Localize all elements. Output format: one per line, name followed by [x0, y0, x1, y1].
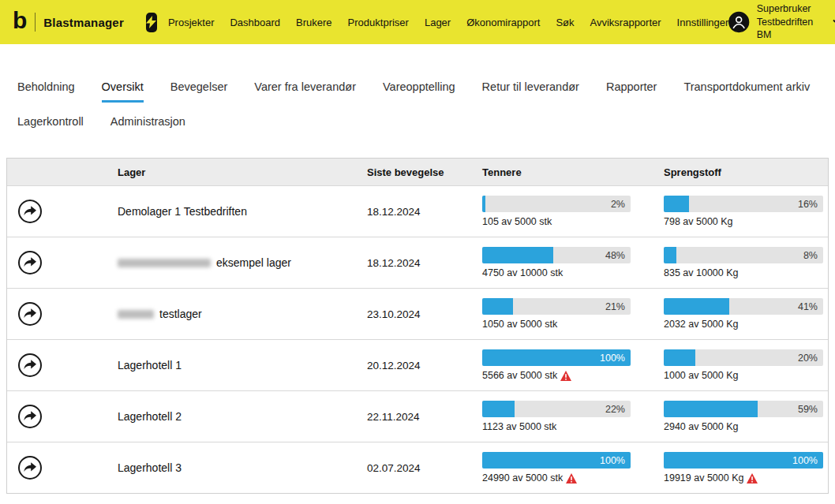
share-arrow-icon: [24, 462, 36, 473]
tab[interactable]: Oversikt: [102, 80, 144, 103]
table-row: Lagerhotell 3 02.07.2024 100% 24990 av 5…: [7, 442, 828, 493]
table-row: Demolager 1 Testbedriften 18.12.2024 2% …: [7, 185, 828, 237]
top-bar: b Blastmanager Prosjekter Dashboard Bruk…: [0, 0, 835, 44]
tennere-meter: 2% 105 av 5000 stk: [470, 196, 651, 227]
tab[interactable]: Transportdokument arkiv: [683, 80, 810, 103]
brand-name: Blastmanager: [43, 16, 124, 29]
nav-item[interactable]: Økonomirapport: [466, 17, 540, 28]
nav-item[interactable]: Brukere: [296, 17, 332, 28]
progress-percent: 100%: [600, 455, 625, 466]
nav-item[interactable]: Dashboard: [230, 17, 280, 28]
user-org: Testbedriften BM: [757, 16, 818, 43]
warehouse-name-cell: Lagerhotell 3: [105, 461, 354, 475]
open-warehouse-button[interactable]: [18, 200, 42, 223]
open-warehouse-button[interactable]: [18, 456, 42, 480]
share-arrow-icon: [24, 411, 36, 422]
warehouse-name: Demolager 1 Testbedriften: [118, 205, 247, 218]
table-body: Demolager 1 Testbedriften 18.12.2024 2% …: [7, 185, 828, 493]
warehouse-name: Lagerhotell 3: [118, 461, 182, 474]
progress-caption: 24990 av 5000 stk: [482, 472, 563, 483]
progress-bar: 100%: [482, 452, 631, 469]
progress-percent: 59%: [798, 404, 818, 415]
progress-percent: 20%: [798, 353, 818, 364]
table-row: Lagerhotell 1 20.12.2024 100% 5566 av 50…: [7, 339, 828, 390]
progress-percent: 8%: [803, 250, 818, 261]
open-warehouse-button[interactable]: [18, 405, 42, 428]
user-menu[interactable]: Superbruker Testbedriften BM: [728, 2, 835, 43]
tennere-meter: 22% 1123 av 5000 stk: [470, 401, 651, 432]
quick-action-lightning-button[interactable]: [146, 13, 157, 32]
nav-item[interactable]: Innstillinger: [677, 17, 729, 28]
nav-item[interactable]: Prosjekter: [168, 17, 215, 28]
tab[interactable]: Lagerkontroll: [17, 115, 84, 137]
warehouse-name-cell: Lagerhotell 1: [105, 358, 354, 372]
share-arrow-icon: [24, 206, 36, 217]
nav-item[interactable]: Søk: [556, 17, 574, 28]
progress-caption: 1123 av 5000 stk: [482, 421, 556, 432]
progress-fill: [664, 401, 758, 417]
tab[interactable]: Varer fra leverandør: [254, 80, 356, 103]
warehouse-name-cell: eksempel lager: [105, 256, 354, 270]
progress-bar: 8%: [664, 247, 823, 263]
progress-bar: 21%: [482, 298, 631, 315]
progress-percent: 21%: [605, 301, 625, 312]
tab[interactable]: Rapporter: [606, 80, 657, 103]
progress-percent: 16%: [798, 199, 818, 210]
progress-bar: 22%: [482, 401, 631, 417]
main-nav: Prosjekter Dashboard Brukere Produktpris…: [168, 17, 728, 28]
progress-fill: [482, 247, 553, 263]
tab[interactable]: Administrasjon: [110, 115, 185, 137]
last-movement-date: 20.12.2024: [354, 360, 470, 371]
last-movement-date: 18.12.2024: [354, 206, 470, 218]
progress-caption: 2940 av 5000 Kg: [664, 421, 739, 432]
progress-fill: [664, 247, 676, 263]
share-arrow-icon: [24, 360, 36, 371]
last-movement-date: 23.10.2024: [354, 308, 470, 320]
user-avatar-icon: [728, 9, 749, 35]
tab-row-1: Beholdning Oversikt Bevegelser Varer fra…: [17, 80, 818, 103]
last-movement-date: 18.12.2024: [354, 257, 470, 269]
logo-b-icon: b: [13, 9, 27, 32]
progress-caption: 1050 av 5000 stk: [482, 319, 557, 330]
open-warehouse-button[interactable]: [18, 302, 42, 326]
tennere-meter: 48% 4750 av 10000 stk: [470, 247, 651, 278]
progress-fill: [664, 349, 695, 366]
header-siste-bevegelse: Siste bevegelse: [354, 166, 470, 178]
open-warehouse-button[interactable]: [18, 353, 42, 377]
open-warehouse-button[interactable]: [18, 251, 42, 274]
warehouse-name-cell: testlager: [105, 307, 354, 321]
progress-bar: 100%: [482, 349, 631, 366]
tab[interactable]: Retur til leverandør: [482, 80, 579, 103]
progress-fill: [664, 298, 729, 315]
sprengstoff-meter: 8% 835 av 10000 Kg: [651, 247, 828, 278]
nav-item[interactable]: Lager: [425, 17, 451, 28]
progress-bar: 20%: [664, 349, 823, 366]
warning-icon: [560, 371, 571, 381]
progress-caption: 105 av 5000 stk: [482, 216, 552, 227]
tab-row-2: Lagerkontroll Administrasjon: [17, 115, 818, 137]
warehouse-name: eksempel lager: [216, 256, 291, 269]
tab[interactable]: Vareopptelling: [383, 80, 455, 103]
sprengstoff-meter: 100% 19919 av 5000 Kg: [651, 452, 828, 483]
tab[interactable]: Beholdning: [17, 80, 75, 103]
last-movement-date: 02.07.2024: [354, 462, 470, 474]
nav-item[interactable]: Produktpriser: [348, 17, 409, 28]
progress-bar: 59%: [664, 401, 823, 417]
sprengstoff-meter: 59% 2940 av 5000 Kg: [651, 401, 828, 432]
progress-bar: 2%: [482, 196, 631, 212]
sprengstoff-meter: 41% 2032 av 5000 Kg: [651, 298, 828, 330]
section-tabs: Beholdning Oversikt Bevegelser Varer fra…: [0, 80, 835, 137]
progress-bar: 48%: [482, 247, 631, 263]
nav-item[interactable]: Avviksrapporter: [590, 17, 661, 28]
tab[interactable]: Bevegelser: [170, 80, 228, 103]
warning-icon: [566, 473, 577, 483]
warehouse-table: Lager Siste bevegelse Tennere Sprengstof…: [6, 158, 829, 494]
brand-logo[interactable]: b Blastmanager: [13, 10, 124, 34]
progress-caption: 2032 av 5000 Kg: [664, 319, 739, 330]
lightning-icon: [146, 16, 157, 28]
progress-percent: 22%: [605, 404, 625, 415]
tennere-meter: 100% 24990 av 5000 stk: [470, 452, 651, 483]
redacted-text: [118, 259, 211, 267]
progress-fill: [664, 196, 689, 212]
progress-caption: 4750 av 10000 stk: [482, 267, 563, 278]
